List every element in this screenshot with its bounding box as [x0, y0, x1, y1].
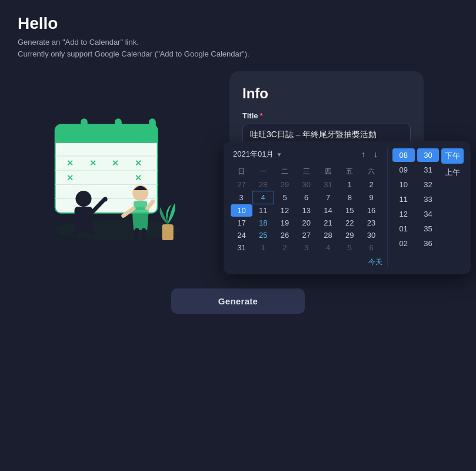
calendar-day[interactable]: 9	[361, 191, 382, 204]
calendar-day[interactable]: 29	[339, 229, 361, 241]
minute-cell[interactable]: 36	[417, 237, 440, 250]
hour-cell[interactable]: 11	[392, 193, 415, 206]
calendar-day[interactable]: 31	[317, 178, 339, 191]
calendar-day[interactable]: 30	[361, 229, 382, 241]
calendar-day[interactable]: 27	[295, 229, 317, 241]
next-month-button[interactable]: ↓	[371, 148, 380, 160]
calendar-popup: 2021年01月 ▼ ↑ ↓ 日一二三四五六 27282930311234567…	[224, 141, 471, 274]
calendar-day[interactable]: 20	[295, 217, 317, 229]
hour-cell[interactable]: 02	[392, 237, 415, 250]
minute-cell[interactable]: 30	[417, 148, 440, 162]
hour-cell[interactable]: 01	[392, 222, 415, 236]
calendar-day[interactable]: 22	[339, 217, 361, 229]
time-col-periods: 下午上午	[441, 148, 464, 250]
calendar-day[interactable]: 17	[231, 217, 252, 229]
svg-text:✕: ✕	[66, 159, 74, 168]
period-cell[interactable]: 下午	[441, 148, 464, 164]
page-wrapper: Hello Generate an "Add to Calendar" link…	[0, 0, 476, 328]
generate-button[interactable]: Generate	[171, 288, 305, 314]
svg-rect-24	[134, 201, 147, 210]
calendar-nav: ↑ ↓	[359, 148, 380, 160]
calendar-day[interactable]: 5	[339, 241, 361, 254]
time-picker: 0809101112010230313233343536下午上午	[387, 148, 464, 267]
svg-text:✕: ✕	[66, 173, 74, 182]
calendar-day[interactable]: 30	[295, 178, 317, 191]
illustration: ✕ ✕ ✕ ✕ ✕ ✕	[18, 71, 218, 274]
calendar-day[interactable]: 15	[339, 204, 361, 217]
svg-point-0	[55, 220, 181, 240]
calendar-left: 2021年01月 ▼ ↑ ↓ 日一二三四五六 27282930311234567…	[231, 148, 382, 267]
calendar-day[interactable]: 1	[252, 241, 274, 254]
time-col-minutes: 30313233343536	[417, 148, 440, 250]
page-title: Hello	[18, 14, 458, 33]
calendar-day[interactable]: 6	[361, 241, 382, 254]
svg-line-28	[144, 230, 145, 244]
calendar-today-link[interactable]: 今天	[231, 254, 382, 267]
calendar-day[interactable]: 8	[339, 191, 361, 204]
minute-cell[interactable]: 35	[417, 222, 440, 236]
minute-cell[interactable]: 34	[417, 207, 440, 221]
calendar-day[interactable]: 3	[231, 191, 252, 204]
calendar-day[interactable]: 1	[339, 178, 361, 191]
calendar-day[interactable]: 4	[317, 241, 339, 254]
svg-text:✕: ✕	[135, 173, 142, 182]
calendar-day[interactable]: 11	[252, 204, 274, 217]
svg-rect-5	[115, 118, 122, 133]
calendar-day[interactable]: 18	[252, 217, 274, 229]
hour-cell[interactable]: 12	[392, 207, 415, 221]
calendar-day[interactable]: 23	[361, 217, 382, 229]
hour-cell[interactable]: 10	[392, 178, 415, 191]
calendar-day[interactable]: 28	[317, 229, 339, 241]
prev-month-button[interactable]: ↑	[359, 148, 368, 160]
page-subtitle-1: Generate an "Add to Calendar" link.	[18, 37, 458, 48]
calendar-day[interactable]: 21	[317, 217, 339, 229]
svg-point-17	[75, 190, 91, 206]
title-label: Title*	[242, 111, 411, 120]
page-subtitle-2: Currently only support Google Calendar (…	[18, 48, 458, 60]
calendar-grid: 日一二三四五六 27282930311234567891011121314151…	[231, 165, 382, 254]
svg-text:✕: ✕	[112, 159, 119, 168]
calendar-day[interactable]: 5	[274, 191, 296, 204]
calendar-month-label[interactable]: 2021年01月 ▼	[233, 149, 282, 160]
calendar-day[interactable]: 12	[274, 204, 296, 217]
time-col-hours: 08091011120102	[392, 148, 415, 250]
calendar-day[interactable]: 14	[317, 204, 339, 217]
calendar-day[interactable]: 25	[252, 229, 274, 241]
calendar-day[interactable]: 2	[274, 241, 296, 254]
calendar-day[interactable]: 16	[361, 204, 382, 217]
svg-text:✕: ✕	[89, 159, 96, 168]
minute-cell[interactable]: 32	[417, 178, 440, 191]
calendar-day[interactable]: 10	[231, 204, 252, 217]
svg-line-27	[136, 230, 137, 244]
calendar-day[interactable]: 13	[295, 204, 317, 217]
svg-rect-6	[149, 118, 156, 133]
minute-cell[interactable]: 33	[417, 193, 440, 206]
svg-rect-4	[81, 118, 88, 133]
calendar-day[interactable]: 29	[274, 178, 296, 191]
hour-cell[interactable]: 09	[392, 163, 415, 177]
calendar-header: 2021年01月 ▼ ↑ ↓	[231, 148, 382, 160]
calendar-day[interactable]: 28	[252, 178, 274, 191]
svg-rect-29	[162, 224, 173, 240]
calendar-day[interactable]: 24	[231, 229, 252, 241]
svg-rect-3	[55, 134, 158, 143]
calendar-day[interactable]: 31	[231, 241, 252, 254]
hour-cell[interactable]: 08	[392, 148, 415, 162]
svg-text:✕: ✕	[135, 159, 142, 168]
calendar-day[interactable]: 27	[231, 178, 252, 191]
calendar-day[interactable]: 4	[252, 191, 274, 204]
info-heading: Info	[242, 85, 411, 102]
calendar-day[interactable]: 2	[361, 178, 382, 191]
period-cell[interactable]: 上午	[441, 165, 464, 180]
calendar-day[interactable]: 26	[274, 229, 296, 241]
generate-section: Generate	[18, 288, 458, 314]
calendar-day[interactable]: 6	[295, 191, 317, 204]
calendar-day[interactable]: 7	[317, 191, 339, 204]
calendar-day[interactable]: 3	[295, 241, 317, 254]
minute-cell[interactable]: 31	[417, 163, 440, 177]
calendar-day[interactable]: 19	[274, 217, 296, 229]
svg-point-22	[103, 197, 108, 201]
